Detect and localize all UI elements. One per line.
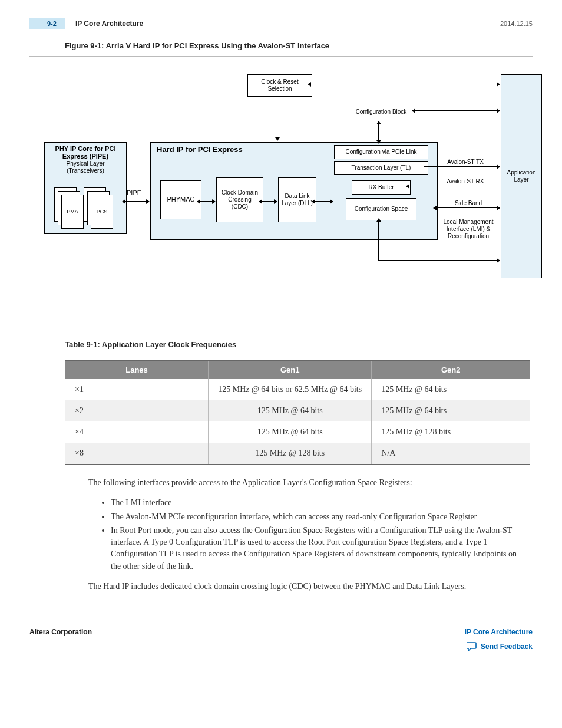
- pipe-label: PIPE: [127, 189, 141, 197]
- phymac-box: PHYMAC: [160, 180, 201, 219]
- table-cell: ×8: [65, 443, 209, 465]
- avst-rx-label: Avalon-ST RX: [442, 178, 489, 185]
- body-text: The following interfaces provide access …: [88, 477, 524, 592]
- footer-link-architecture[interactable]: IP Core Architecture: [465, 628, 533, 636]
- list-item: In Root Port mode, you can also access t…: [111, 525, 524, 572]
- rx-buffer-box: RX Buffer: [352, 180, 411, 195]
- lmi-vert-arrowhead: [378, 219, 379, 219]
- table-cell: ×4: [65, 421, 209, 443]
- feedback-label: Send Feedback: [481, 643, 533, 651]
- config-space-box: Configuration Space: [346, 198, 416, 220]
- lmi-vert-line: [378, 219, 379, 260]
- arrow-cdc-dll: [259, 201, 277, 202]
- table-row: ×8 125 MHz @ 128 bits N/A: [65, 443, 530, 465]
- footer-link-feedback[interactable]: Send Feedback: [465, 642, 533, 651]
- table-header-gen2: Gen2: [372, 360, 530, 379]
- cdc-box: Clock Domain Crossing (CDC): [216, 177, 263, 222]
- dll-box: Data Link Layer (DLL): [278, 177, 316, 222]
- page-number: 9-2: [29, 18, 65, 29]
- table-cell: ×2: [65, 400, 209, 421]
- phy-subtitle: Physical Layer (Transceivers): [47, 160, 124, 174]
- table-cell: 125 MHz @ 128 bits: [372, 421, 530, 443]
- avst-tx-label: Avalon-ST TX: [442, 159, 489, 166]
- intro-paragraph: The following interfaces provide access …: [88, 477, 524, 489]
- table-cell: 125 MHz @ 128 bits: [209, 443, 372, 465]
- lmi-horz-arrowhead: [496, 260, 500, 261]
- table-row: ×1 125 MHz @ 64 bits or 62.5 MHz @ 64 bi…: [65, 379, 530, 400]
- clock-freq-table: Lanes Gen1 Gen2 ×1 125 MHz @ 64 bits or …: [65, 360, 530, 465]
- table-header-lanes: Lanes: [65, 360, 209, 379]
- table-cell: ×1: [65, 379, 209, 400]
- footer-company: Altera Corporation: [29, 628, 92, 636]
- page-header: 9-2 IP Core Architecture 2014.12.15: [29, 18, 533, 29]
- arrow-pipe: [123, 201, 149, 202]
- sideband-label: Side Band: [448, 200, 489, 207]
- arrow-dll-tl: [312, 201, 333, 202]
- config-via-link-box: Configuration via PCIe Link: [334, 145, 428, 159]
- lmi-label: Local Management Interface (LMI) & Recon…: [439, 219, 498, 240]
- table-header-gen1: Gen1: [209, 360, 372, 379]
- arrow-sideband: [434, 207, 500, 208]
- table-cell: 125 MHz @ 64 bits: [209, 400, 372, 421]
- list-item: The Avalon-MM PCIe reconfiguration inter…: [111, 511, 524, 523]
- application-layer-box: Application Layer: [501, 74, 542, 278]
- lmi-horz-line: [378, 260, 500, 261]
- figure-caption: Figure 9-1: Arria V Hard IP for PCI Expr…: [65, 41, 533, 50]
- table-cell: 125 MHz @ 64 bits or 62.5 MHz @ 64 bits: [209, 379, 372, 400]
- arrow-avst-tx: [424, 166, 500, 167]
- table-cell: 125 MHz @ 64 bits: [209, 421, 372, 443]
- phy-title: PHY IP Core for PCI Express (PIPE): [47, 145, 124, 160]
- table-cell: N/A: [372, 443, 530, 465]
- arrow-configblock-down: [378, 121, 379, 143]
- closing-paragraph: The Hard IP includes dedicated clock dom…: [88, 581, 524, 592]
- table-row: ×2 125 MHz @ 64 bits 125 MHz @ 64 bits: [65, 400, 530, 421]
- table-cell: 125 MHz @ 64 bits: [372, 400, 530, 421]
- section-title: IP Core Architecture: [75, 19, 143, 28]
- table-cell: 125 MHz @ 64 bits: [372, 379, 530, 400]
- figure-diagram: PHY IP Core for PCI Express (PIPE) Physi…: [29, 56, 533, 325]
- arrow-clkreset-app: [308, 84, 500, 84]
- arrow-clkreset-down: [277, 95, 277, 140]
- feedback-icon: [467, 642, 477, 651]
- hard-ip-title: Hard IP for PCI Express: [157, 145, 243, 154]
- config-block-box: Configuration Block: [346, 101, 416, 123]
- pcs-box: PCS: [91, 195, 113, 229]
- arrow-phymac-cdc: [197, 201, 215, 202]
- table-row: ×4 125 MHz @ 64 bits 125 MHz @ 128 bits: [65, 421, 530, 443]
- list-item: The LMI interface: [111, 497, 524, 509]
- transaction-layer-box: Transaction Layer (TL): [334, 161, 428, 175]
- arrow-configblock-app: [412, 110, 500, 111]
- clock-reset-box: Clock & Reset Selection: [247, 74, 312, 97]
- pma-box: PMA: [61, 195, 84, 229]
- page-date: 2014.12.15: [500, 20, 533, 27]
- page-footer: Altera Corporation IP Core Architecture …: [29, 628, 533, 651]
- table-caption: Table 9-1: Application Layer Clock Frequ…: [65, 340, 533, 349]
- arrow-avst-rx: [406, 186, 500, 186]
